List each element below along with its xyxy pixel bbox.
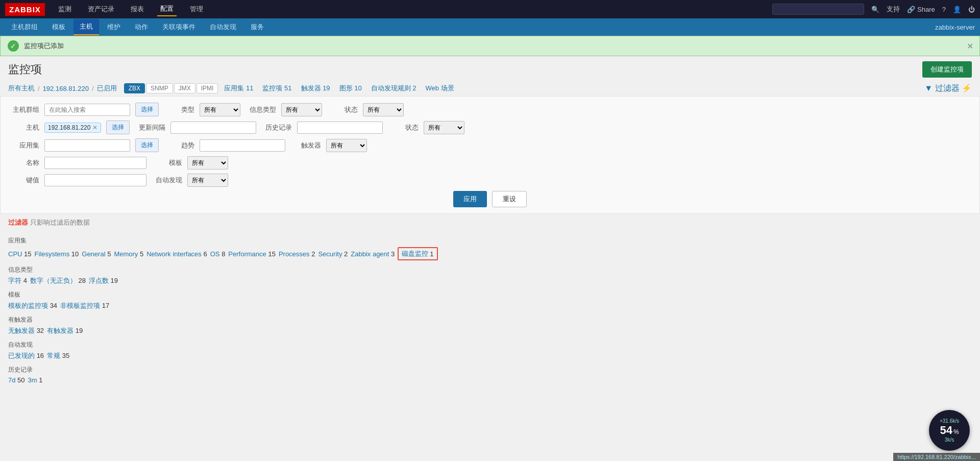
non-template-items-link[interactable]: 非模板监控项 (60, 302, 100, 309)
network-interfaces-link[interactable]: Network interfaces (146, 250, 202, 258)
user-icon[interactable]: 👤 (953, 6, 961, 13)
status-label-2: 状态 (388, 123, 419, 132)
list-item: Performance 15 (228, 250, 276, 258)
host-group-label: 主机群组 (9, 105, 39, 114)
filter-icon[interactable]: ▼ 过滤器 ⚡ (924, 83, 972, 94)
filter-info-subtitle: 只影响过滤后的数据 (30, 219, 90, 226)
share-link[interactable]: 🔗 Share (907, 6, 935, 13)
top-navigation: ZABBIX 监测 资产记录 报表 配置 管理 🔍 支持 🔗 Share ? 👤… (0, 0, 980, 18)
os-link[interactable]: OS (210, 250, 220, 258)
filter-row-5: 键值 自动发现 所有 (9, 174, 971, 187)
close-button[interactable]: ✕ (967, 41, 973, 51)
protocol-tabs: ZBX SNMP JMX IPMI (124, 83, 218, 93)
general-link[interactable]: General (82, 250, 105, 258)
subnav-host-groups[interactable]: 主机群组 (5, 19, 44, 35)
app-set-input[interactable] (44, 139, 130, 152)
list-item: 模板的监控项 34 (8, 301, 57, 310)
security-link[interactable]: Security (318, 250, 342, 258)
cpu-link[interactable]: CPU (8, 250, 22, 258)
subnav-correlation[interactable]: 关联项事件 (156, 19, 202, 35)
app-set-select-btn[interactable]: 选择 (135, 138, 159, 152)
history-label: 历史记录 (261, 123, 292, 132)
info-type-select[interactable]: 所有 (281, 103, 322, 116)
tab-snmp[interactable]: SNMP (146, 83, 173, 93)
help-icon[interactable]: ? (942, 6, 946, 13)
no-trigger-count: 32 (37, 327, 44, 334)
create-item-button[interactable]: 创建监控项 (922, 61, 972, 78)
no-trigger-link[interactable]: 无触发器 (8, 327, 35, 334)
zabbix-agent-count: 3 (391, 250, 395, 258)
host-select-btn[interactable]: 选择 (106, 120, 130, 134)
nav-admin[interactable]: 管理 (187, 3, 206, 16)
search-icon[interactable]: 🔍 (871, 6, 879, 13)
subnav-hosts[interactable]: 主机 (74, 19, 99, 35)
success-icon: ✓ (8, 40, 19, 52)
has-trigger-link[interactable]: 有触发器 (47, 327, 74, 334)
status-select-1[interactable]: 所有 (363, 103, 404, 116)
tab-triggers[interactable]: 触发器 19 (298, 83, 333, 94)
subnav-maintenance[interactable]: 维护 (101, 19, 127, 35)
nav-reports[interactable]: 报表 (128, 3, 147, 16)
key-input[interactable] (44, 174, 146, 186)
zabbix-agent-link[interactable]: Zabbix agent (351, 250, 389, 258)
filesystems-link[interactable]: Filesystems (35, 250, 70, 258)
performance-link[interactable]: Performance (228, 250, 266, 258)
float-link[interactable]: 浮点数 (89, 277, 109, 284)
subnav-services[interactable]: 服务 (244, 19, 270, 35)
name-input[interactable] (44, 157, 146, 169)
trigger-select[interactable]: 所有 (326, 139, 367, 152)
subnav-actions[interactable]: 动作 (129, 19, 154, 35)
host-group-select-btn[interactable]: 选择 (135, 103, 159, 116)
template-items-link[interactable]: 模板的监控项 (8, 302, 48, 309)
type-select[interactable]: 所有 (200, 103, 240, 116)
all-hosts-link[interactable]: 所有主机 (8, 84, 35, 93)
tab-app-sets[interactable]: 应用集 11 (221, 83, 256, 94)
host-link[interactable]: 192.168.81.220 (43, 85, 89, 92)
filter-row-1: 主机群组 选择 类型 所有 信息类型 所有 状态 所有 (9, 103, 971, 116)
tab-discovery-rules[interactable]: 自动发现规则 2 (368, 83, 420, 94)
tab-web-scenarios[interactable]: Web 场景 (423, 83, 457, 94)
regular-link[interactable]: 常规 (47, 352, 60, 359)
tab-jmx[interactable]: JMX (174, 83, 195, 93)
auto-discovery-select[interactable]: 所有 (187, 174, 228, 187)
search-input[interactable] (772, 4, 864, 15)
template-select[interactable]: 所有 (187, 156, 228, 169)
subnav-auto-discovery[interactable]: 自动发现 (204, 19, 242, 35)
reset-button[interactable]: 重设 (492, 191, 527, 207)
page-header: 监控项 创建监控项 (0, 56, 980, 81)
sub-navigation: 主机群组 模板 主机 维护 动作 关联项事件 自动发现 服务 zabbix-se… (0, 18, 980, 36)
tab-ipmi[interactable]: IPMI (197, 83, 218, 93)
cpu-count: 15 (24, 250, 31, 258)
nav-assets[interactable]: 资产记录 (85, 3, 117, 16)
host-tag: 192.168.81.220 ✕ (44, 123, 101, 133)
support-link[interactable]: 支持 (887, 5, 900, 14)
update-interval-input[interactable] (170, 122, 256, 134)
host-tag-value: 192.168.81.220 (48, 124, 90, 131)
7d-link[interactable]: 7d (8, 376, 15, 384)
app-set-label: 应用集 (9, 141, 39, 150)
regular-count: 35 (62, 352, 69, 359)
discovered-link[interactable]: 已发现的 (8, 352, 35, 359)
tab-graphs[interactable]: 图形 10 (336, 83, 365, 94)
list-item: 3m 1 (28, 376, 43, 384)
host-tag-remove[interactable]: ✕ (92, 124, 97, 131)
breadcrumb-sep1: / (38, 85, 40, 92)
3m-link[interactable]: 3m (28, 376, 37, 384)
history-input[interactable] (297, 122, 383, 134)
subnav-templates[interactable]: 模板 (46, 19, 71, 35)
unsigned-link[interactable]: 数字（无正负） (30, 277, 77, 284)
trend-input[interactable] (200, 139, 285, 152)
host-group-input[interactable] (44, 104, 130, 116)
char-link[interactable]: 字符 (8, 277, 21, 284)
nav-config[interactable]: 配置 (157, 2, 177, 16)
memory-link[interactable]: Memory (114, 250, 138, 258)
processes-link[interactable]: Processes (279, 250, 310, 258)
logout-icon[interactable]: ⏻ (968, 6, 975, 13)
apply-button[interactable]: 应用 (453, 191, 487, 207)
tab-monitors[interactable]: 监控项 51 (259, 83, 295, 94)
filter-section: 主机群组 选择 类型 所有 信息类型 所有 状态 所有 主机 192.168.8… (0, 96, 980, 214)
status-select-2[interactable]: 所有 (424, 121, 464, 134)
disk-monitor-link[interactable]: 磁盘监控 (402, 249, 428, 258)
tab-zbx[interactable]: ZBX (124, 83, 145, 93)
nav-monitor[interactable]: 监测 (55, 3, 75, 16)
